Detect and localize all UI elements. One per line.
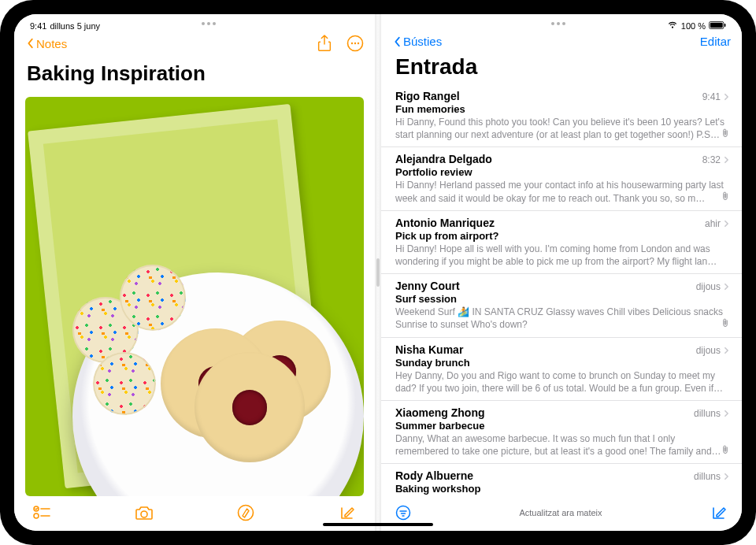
mail-back-button[interactable]: Bústies xyxy=(392,35,442,48)
mailbox-title: Entrada xyxy=(381,51,742,84)
svg-rect-2 xyxy=(724,24,726,27)
mail-subject: Portfolio review xyxy=(395,166,729,178)
share-icon[interactable] xyxy=(317,35,332,52)
ipad-frame: 9:41 dilluns 5 juny 100 % xyxy=(0,0,756,545)
attachment-icon xyxy=(721,127,729,141)
mail-sender: Alejandra Delgado xyxy=(395,153,492,165)
svg-point-5 xyxy=(354,43,356,44)
multitask-control-mail[interactable] xyxy=(551,22,565,25)
mail-message-list[interactable]: Rigo Rangel 9:41 Fun memories Hi Danny, … xyxy=(381,84,742,498)
mail-subject: Sunday brunch xyxy=(395,357,729,369)
notes-back-button[interactable]: Notes xyxy=(25,37,67,50)
mail-row[interactable]: Jenny Court dijous Surf session Weekend … xyxy=(381,274,742,337)
mail-time: dilluns xyxy=(694,471,729,482)
battery-icon xyxy=(709,21,726,31)
mail-time: dijous xyxy=(696,281,729,292)
mail-time: 8:32 xyxy=(702,154,729,165)
svg-point-9 xyxy=(34,513,39,518)
filter-icon[interactable] xyxy=(395,505,411,521)
mail-row[interactable]: Rigo Rangel 9:41 Fun memories Hi Danny, … xyxy=(381,84,742,147)
note-title[interactable]: Baking Inspiration xyxy=(14,57,375,94)
svg-rect-1 xyxy=(710,23,723,28)
attachment-icon xyxy=(721,443,729,458)
battery-percent: 100 % xyxy=(681,21,706,31)
status-time: 9:41 xyxy=(30,21,46,31)
mail-subject: Summer barbecue xyxy=(395,420,729,432)
svg-point-6 xyxy=(358,43,359,44)
mail-preview: Danny, What an awesome barbecue. It was … xyxy=(395,432,729,458)
mail-preview: Hi Danny, Found this photo you took! Can… xyxy=(395,116,729,141)
mail-preview: Hi Danny! Hope all is well with you. I'm… xyxy=(395,243,729,268)
mail-sender: Jenny Court xyxy=(395,280,460,292)
svg-point-11 xyxy=(141,511,147,517)
mail-back-label: Bústies xyxy=(403,35,442,48)
home-indicator[interactable] xyxy=(323,523,433,526)
mail-row[interactable]: Antonio Manriquez ahir Pick up from airp… xyxy=(381,211,742,274)
camera-icon[interactable] xyxy=(135,505,154,521)
note-image-attachment[interactable] xyxy=(25,97,364,496)
multitask-control-notes[interactable] xyxy=(202,22,216,25)
markup-icon[interactable] xyxy=(237,504,254,521)
mail-row[interactable]: Alejandra Delgado 8:32 Portfolio review … xyxy=(381,147,742,210)
mail-subject: Surf session xyxy=(395,293,729,305)
status-date: dilluns 5 juny xyxy=(50,21,100,31)
notes-app-pane: Notes Baking Inspiration xyxy=(14,14,375,531)
mail-preview: Hey Danny, Do you and Rigo want to come … xyxy=(395,369,729,395)
mail-time: 9:41 xyxy=(702,91,729,102)
checklist-icon[interactable] xyxy=(33,506,50,520)
mail-sender: Rody Albuerne xyxy=(395,469,473,482)
mail-row[interactable]: Nisha Kumar dijous Sunday brunch Hey Dan… xyxy=(381,338,742,401)
mail-subject: Pick up from airport? xyxy=(395,230,729,242)
compose-mail-icon[interactable] xyxy=(710,504,728,521)
svg-point-13 xyxy=(396,506,410,520)
screen: 9:41 dilluns 5 juny 100 % xyxy=(14,14,742,531)
status-bar: 9:41 dilluns 5 juny 100 % xyxy=(14,17,742,33)
mail-edit-button[interactable]: Editar xyxy=(700,35,731,48)
mail-sender: Nisha Kumar xyxy=(395,343,463,356)
svg-point-12 xyxy=(239,506,254,521)
mail-subject: Baking workshop xyxy=(395,483,729,495)
mail-preview: Weekend Surf 🏄 IN SANTA CRUZ Glassy wave… xyxy=(395,306,729,331)
mail-time: dilluns xyxy=(694,408,729,419)
split-view-divider[interactable] xyxy=(375,14,381,531)
svg-point-4 xyxy=(351,43,353,44)
mail-sender: Antonio Manriquez xyxy=(395,217,495,229)
attachment-icon xyxy=(721,190,729,204)
mail-row[interactable]: Rody Albuerne dilluns Baking workshop xyxy=(381,464,742,498)
mail-app-pane: Bústies Editar Entrada Rigo Rangel 9:41 … xyxy=(381,14,742,531)
mail-time: dijous xyxy=(696,345,729,356)
mail-time: ahir xyxy=(705,218,729,229)
mail-preview: Hi Danny! Herland passed me your contact… xyxy=(395,179,729,204)
wifi-icon xyxy=(667,21,678,31)
notes-back-label: Notes xyxy=(36,37,67,50)
mail-status-text: Actualitzat ara mateix xyxy=(519,508,602,517)
mail-sender: Rigo Rangel xyxy=(395,90,460,102)
mail-sender: Xiaomeng Zhong xyxy=(395,406,485,419)
compose-icon[interactable] xyxy=(339,504,356,521)
mail-row[interactable]: Xiaomeng Zhong dilluns Summer barbecue D… xyxy=(381,401,742,464)
attachment-icon xyxy=(721,317,729,331)
ellipsis-circle-icon[interactable] xyxy=(346,35,364,52)
mail-subject: Fun memories xyxy=(395,103,729,115)
